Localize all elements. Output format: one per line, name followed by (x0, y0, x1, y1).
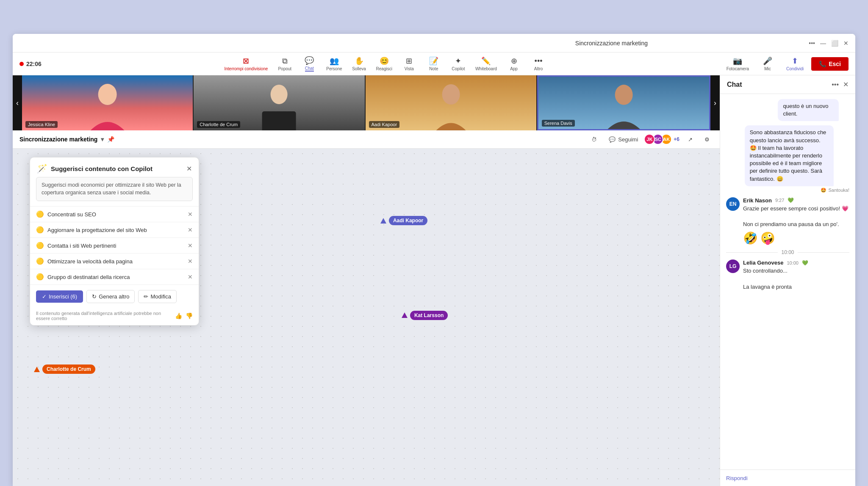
aadi-badge: Aadi Kapoor (389, 216, 427, 225)
suggestion-5-left: 🟡 Gruppo di destinatari della ricerca (36, 273, 130, 281)
feedback-icons: 👍 👎 (175, 312, 193, 319)
sender-tag: 🤩 Santouka! (745, 188, 849, 193)
exit-label: Esci (829, 61, 841, 67)
erik-emojis: 🤣 🤪 (743, 231, 849, 245)
timer-area: 22:06 (19, 61, 42, 67)
chat-header: Chat ••• ✕ (720, 75, 855, 94)
suggestion-2-remove-btn[interactable]: ✕ (188, 226, 193, 233)
lelia-time: 10:00 (787, 260, 799, 265)
modify-btn[interactable]: ✏ Modifica (138, 290, 176, 303)
mic-icon: 🎤 (763, 56, 772, 66)
chat-input-area: Rispondi (720, 469, 855, 486)
suggestion-2-icon: 🟡 (36, 226, 44, 234)
raise-btn[interactable]: ✋ Solleva (347, 55, 371, 73)
react-btn[interactable]: 😊 Reagisci (372, 55, 397, 73)
chat-btn[interactable]: 💬 Chat (297, 54, 321, 73)
suggestion-3[interactable]: 🟡 Contatta i siti Web pertinenti ✕ (30, 237, 199, 253)
follow-label: Seguimi (618, 136, 638, 143)
settings-btn[interactable]: ⚙ (701, 135, 713, 144)
thumbs-up-btn[interactable]: 👍 (175, 312, 182, 319)
share-btn[interactable]: ⬆ Condividi (782, 55, 808, 73)
view-btn[interactable]: ⊞ Vista (397, 55, 421, 73)
share-action-btn[interactable]: ↗ (685, 135, 696, 144)
suggestion-1-remove-btn[interactable]: ✕ (188, 211, 193, 218)
whiteboard-label: Whiteboard (475, 66, 497, 71)
popout-btn[interactable]: ⧉ Popout (273, 55, 297, 73)
video-thumb-serena: Serena Davis (537, 75, 710, 130)
exit-button[interactable]: 📞 Esci (811, 57, 849, 71)
react-icon: 😊 (380, 56, 389, 66)
apps-btn[interactable]: ⊕ App (502, 55, 526, 73)
prev-video-btn[interactable]: ‹ (13, 75, 22, 130)
suggestion-4-remove-btn[interactable]: ✕ (188, 258, 193, 265)
toolbar: 22:06 ⊠ Interrompi condivisione ⧉ Popout… (13, 52, 855, 75)
chat-label: Chat (305, 66, 314, 72)
notes-btn[interactable]: 📝 Note (422, 55, 446, 73)
video-thumb-jessica: Jessica Kline (22, 75, 193, 130)
people-btn[interactable]: 👥 Persone (322, 55, 346, 73)
share-icon: ⬆ (792, 56, 798, 66)
generate-btn[interactable]: ↻ Genera altro (86, 290, 135, 303)
sender-name: Santouka! (828, 188, 849, 193)
chat-close-btn[interactable]: ✕ (843, 80, 849, 88)
suggestion-1[interactable]: 🟡 Concentrati su SEO ✕ (30, 206, 199, 222)
close-btn[interactable]: ✕ (843, 40, 849, 47)
kat-badge: Kat Larsson (410, 311, 448, 320)
stop-share-btn[interactable]: ⊠ Interrompi condivisione (220, 55, 272, 73)
chat-messages: questo è un nuovo client. Sono abbastanz… (720, 94, 855, 469)
timer-action-icon: ⏱ (591, 136, 597, 143)
aadi-cursor: Aadi Kapoor (380, 216, 427, 225)
bubble-1: questo è un nuovo client. (778, 99, 838, 121)
pencil-icon: ✏ (144, 293, 148, 300)
chat-more-btn[interactable]: ••• (832, 81, 839, 88)
timer-action-btn[interactable]: ⏱ (588, 135, 600, 144)
erik-msg-header: Erik Nason 9:27 💚 (743, 197, 849, 204)
people-icon: 👥 (330, 56, 339, 66)
phone-icon: 📞 (819, 61, 826, 67)
popout-icon: ⧉ (282, 57, 288, 66)
charlotte-badge: Charlotte de Crum (42, 364, 95, 374)
raise-label: Solleva (352, 66, 366, 71)
mic-btn[interactable]: 🎤 Mic (757, 55, 779, 73)
msg-erik: EN Erik Nason 9:27 💚 Grazie per essere s… (726, 197, 849, 246)
bubble-2: Sono abbastanza fiducioso che questo lan… (745, 125, 834, 186)
thumbs-down-btn[interactable]: 👎 (186, 312, 193, 319)
camera-label: Fotocamera (727, 66, 749, 71)
refresh-icon: ↻ (92, 293, 97, 300)
bubble-1-text: questo è un nuovo client. (783, 103, 828, 117)
main-panel: ‹ Jessica Kline (13, 75, 720, 486)
suggestion-4-icon: 🟡 (36, 257, 44, 265)
bubble-2-text: Sono abbastanza fiducioso che questo lan… (750, 129, 826, 182)
more-options-btn[interactable]: ••• (809, 40, 815, 47)
camera-btn[interactable]: 📷 Fotocamera (722, 55, 753, 73)
emoji-laughing: 🤣 (743, 231, 758, 245)
suggestion-5[interactable]: 🟡 Gruppo di destinatari della ricerca ✕ (30, 269, 199, 284)
suggestion-4[interactable]: 🟡 Ottimizzare la velocità della pagina ✕ (30, 253, 199, 269)
meeting-chevron-icon[interactable]: ▾ (101, 136, 104, 143)
follow-me-btn[interactable]: 💬 Seguimi (605, 135, 641, 144)
suggestion-3-remove-btn[interactable]: ✕ (188, 242, 193, 249)
reply-btn[interactable]: Rispondi (726, 475, 748, 481)
svg-point-1 (271, 85, 288, 104)
next-video-btn[interactable]: › (710, 75, 720, 130)
copilot-header: 🪄 Suggerisci contenuto con Copilot ✕ (30, 157, 199, 177)
insert-btn[interactable]: ✓ Inserisci (6) (36, 290, 83, 303)
charlotte-label: Charlotte de Crum (197, 121, 240, 128)
svg-point-4 (615, 85, 632, 105)
suggestion-5-remove-btn[interactable]: ✕ (188, 273, 193, 280)
more-btn[interactable]: ••• Altro (527, 55, 550, 73)
participant-count: +6 (674, 136, 679, 142)
minimize-btn[interactable]: — (820, 40, 826, 47)
meeting-name-text: Sincronizzazione marketing (19, 136, 97, 143)
pin-icon[interactable]: 📌 (107, 136, 114, 143)
window-controls: ••• — ⬜ ✕ (809, 40, 849, 47)
copilot-close-btn[interactable]: ✕ (186, 165, 192, 173)
copilot-btn[interactable]: ✦ Copilot (446, 55, 470, 73)
erik-time: 9:27 (775, 198, 784, 203)
whiteboard-btn[interactable]: ✏️ Whiteboard (471, 55, 501, 73)
maximize-btn[interactable]: ⬜ (831, 40, 838, 47)
svg-point-3 (442, 84, 460, 105)
camera-icon: 📷 (733, 56, 742, 66)
serena-label: Serena Davis (542, 120, 575, 127)
suggestion-2[interactable]: 🟡 Aggiornare la progettazione del sito W… (30, 222, 199, 237)
